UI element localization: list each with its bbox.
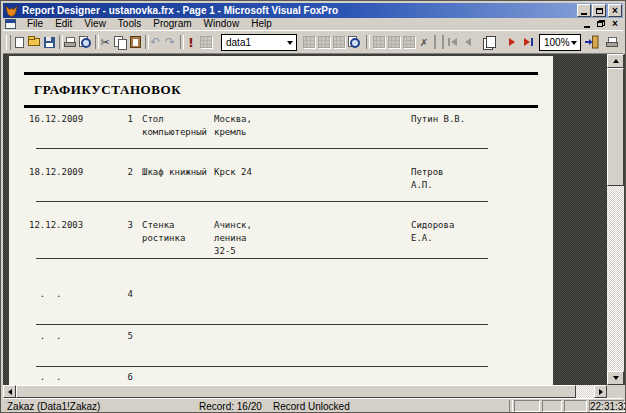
- copy-button[interactable]: [112, 34, 128, 50]
- child-restore-button[interactable]: [595, 18, 607, 29]
- print-preview-button[interactable]: [77, 34, 93, 50]
- menu-help[interactable]: Help: [245, 18, 278, 30]
- run-icon: !: [188, 35, 194, 50]
- cut-button[interactable]: ✂: [97, 34, 113, 50]
- modify-report-icon: [200, 36, 212, 48]
- properties-window-button[interactable]: [331, 34, 347, 50]
- scroll-up-button[interactable]: [607, 54, 624, 68]
- row-separator-line: [36, 366, 488, 367]
- goto-page-icon: [483, 36, 495, 49]
- scroll-right-button[interactable]: [594, 385, 607, 398]
- child-close-button[interactable]: ×: [609, 18, 621, 29]
- status-clock: 22:31:32: [589, 400, 625, 412]
- close-preview-button[interactable]: [583, 34, 599, 50]
- report-cell: Крск 24: [214, 167, 252, 178]
- paste-button[interactable]: [127, 34, 143, 50]
- print-one-copy-button[interactable]: [604, 34, 620, 50]
- minimize-button[interactable]: [577, 4, 591, 17]
- command-window-button[interactable]: [301, 34, 317, 50]
- layout-toolbar-button[interactable]: [401, 34, 417, 50]
- last-page-button[interactable]: [520, 34, 536, 50]
- status-record-count: Record: 16/20: [199, 400, 262, 413]
- last-page-icon: [524, 38, 533, 46]
- print-icon: [64, 37, 76, 47]
- database-combo[interactable]: data1: [221, 34, 297, 51]
- scroll-left-button[interactable]: [3, 385, 16, 398]
- report-cell: Сидорова: [411, 220, 454, 231]
- report-cell: Стенка: [142, 220, 175, 231]
- vertical-scroll-thumb[interactable]: [607, 68, 624, 186]
- report-cell: . .: [29, 289, 62, 300]
- first-page-button[interactable]: [444, 34, 460, 50]
- toolbox-button[interactable]: [371, 34, 387, 50]
- command-window-icon: [303, 36, 315, 48]
- new-button[interactable]: [11, 34, 27, 50]
- print-preview-icon: [79, 36, 91, 48]
- maximize-button[interactable]: [592, 4, 606, 17]
- report-cell: 3: [113, 220, 133, 231]
- redo-button[interactable]: ↷: [162, 34, 178, 50]
- minimize-icon: [581, 13, 587, 15]
- scrollbar-corner: [607, 385, 625, 398]
- menu-window[interactable]: Window: [198, 18, 246, 30]
- window-title: Report Designer - ustanovka.frx - Page 1…: [22, 3, 338, 18]
- report-cell: Стол: [142, 114, 164, 125]
- open-icon: [28, 38, 40, 46]
- tools-icon: ✗: [420, 37, 428, 48]
- report-cell: 6: [113, 372, 133, 383]
- vertical-scrollbar[interactable]: [607, 54, 624, 385]
- copy-icon: [114, 36, 126, 48]
- menu-view[interactable]: View: [78, 18, 112, 30]
- data-session-button[interactable]: [316, 34, 332, 50]
- run-button[interactable]: !: [183, 34, 199, 50]
- scroll-down-button[interactable]: [607, 371, 624, 385]
- toolbar-separator: [366, 35, 370, 49]
- form-controls-button[interactable]: [386, 34, 402, 50]
- toolbox-icon: [373, 36, 385, 48]
- form-controls-icon: [388, 36, 400, 48]
- modify-report-button[interactable]: [198, 34, 214, 50]
- status-record-lock: Record Unlocked: [273, 400, 350, 413]
- report-cell: ростинка: [142, 233, 185, 244]
- menu-program[interactable]: Program: [147, 18, 197, 30]
- next-page-button[interactable]: [504, 34, 520, 50]
- status-table-info: Zakaz (Data1!Zakaz): [7, 400, 100, 413]
- document-view-icon: [348, 36, 360, 48]
- open-button[interactable]: [26, 34, 42, 50]
- menu-edit[interactable]: Edit: [49, 18, 78, 30]
- arrow-left-icon: [8, 389, 12, 395]
- previous-page-button[interactable]: [460, 34, 476, 50]
- save-icon: [44, 37, 55, 48]
- undo-button[interactable]: ↶: [147, 34, 163, 50]
- report-cell: 2: [113, 167, 133, 178]
- report-cell: А.П.: [411, 180, 433, 191]
- status-bar: Zakaz (Data1!Zakaz) Record: 16/20 Record…: [3, 398, 623, 413]
- horizontal-scrollbar[interactable]: [3, 385, 607, 398]
- maximize-icon: [596, 8, 603, 14]
- report-cell: компьютерный: [142, 127, 207, 138]
- restore-icon: [597, 20, 605, 27]
- status-cell-empty-2: [542, 400, 562, 412]
- tools-button[interactable]: ✗: [416, 34, 432, 50]
- menu-tools[interactable]: Tools: [112, 18, 147, 30]
- status-cell-empty-1: [514, 400, 540, 412]
- layout-toolbar-icon: [403, 36, 415, 48]
- row-separator-line: [36, 324, 488, 325]
- report-window-icon[interactable]: [5, 19, 16, 29]
- horizontal-scroll-thumb[interactable]: [16, 385, 576, 398]
- child-minimize-button[interactable]: [581, 18, 593, 29]
- save-button[interactable]: [41, 34, 57, 50]
- report-title: ГРАФИКУСТАНОВОК: [34, 82, 181, 98]
- menu-file[interactable]: File: [21, 18, 49, 30]
- print-button[interactable]: [62, 34, 78, 50]
- close-button[interactable]: ×: [608, 4, 622, 17]
- document-view-button[interactable]: [346, 34, 362, 50]
- goto-page-button[interactable]: [481, 34, 497, 50]
- zoom-combo[interactable]: 100%: [539, 34, 581, 51]
- report-cell: 1: [113, 114, 133, 125]
- properties-window-icon: [333, 36, 345, 48]
- report-page: ГРАФИКУСТАНОВОК 16.12.20091Столкомпьютер…: [9, 56, 553, 385]
- close-preview-door-icon: [584, 35, 599, 49]
- previous-page-icon: [465, 38, 471, 46]
- arrow-right-icon: [599, 389, 603, 395]
